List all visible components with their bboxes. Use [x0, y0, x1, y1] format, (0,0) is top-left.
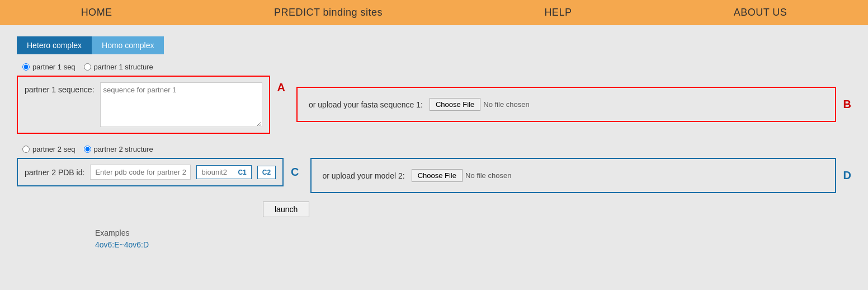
chain2-box: C2 [257, 166, 276, 179]
section-letter-d: D [843, 169, 851, 182]
choose-file-btn-1[interactable]: Choose File [430, 98, 480, 111]
launch-button[interactable]: launch [263, 202, 309, 217]
partner1-seq-radio-label[interactable]: partner 1 seq [22, 63, 76, 71]
nav-about[interactable]: ABOUT US [734, 7, 787, 18]
partner2-seq-radio-text: partner 2 seq [32, 145, 76, 153]
chain1-input[interactable] [201, 168, 235, 176]
no-file-text-1: No file chosen [483, 100, 529, 109]
box-c: partner 2 PDB id: C1 C2 [17, 158, 284, 186]
partner1-struct-radio-text: partner 1 structure [94, 63, 153, 71]
no-file-text-2: No file chosen [465, 171, 511, 180]
partner1-seq-radio-text: partner 1 seq [32, 63, 76, 71]
partner1-struct-radio-label[interactable]: partner 1 structure [84, 63, 153, 71]
example-link-1[interactable]: 4ov6:E~4ov6:D [95, 240, 149, 249]
partner2-pdb-input[interactable] [90, 165, 191, 180]
partner2-pdb-label: partner 2 PDB id: [25, 168, 84, 177]
partner2-radio-group: partner 2 seq partner 2 structure [22, 145, 851, 153]
tab-homo[interactable]: Homo complex [92, 36, 164, 54]
chain2-label: C2 [262, 169, 271, 176]
complex-tabs: Hetero complex Homo complex [17, 36, 851, 54]
choose-file-btn-2[interactable]: Choose File [412, 169, 463, 182]
partner1-seq-label: partner 1 sequence: [25, 82, 95, 94]
upload-fasta-label: or upload your fasta sequence 1: [309, 100, 423, 109]
main-content: Hetero complex Homo complex partner 1 se… [0, 25, 868, 260]
partner2-struct-radio-label[interactable]: partner 2 structure [84, 145, 153, 153]
fasta-file-input-area: Choose File No file chosen [430, 98, 530, 111]
upload-model-label: or upload your model 2: [323, 171, 405, 180]
box-a: partner 1 sequence: [17, 76, 270, 134]
launch-area: launch [263, 202, 851, 217]
nav-predict[interactable]: PREDICT binding sites [274, 7, 383, 18]
partner2-seq-radio-label[interactable]: partner 2 seq [22, 145, 76, 153]
model-file-input-area: Choose File No file chosen [412, 169, 512, 182]
partner2-struct-radio[interactable] [84, 146, 91, 153]
partner2-struct-radio-text: partner 2 structure [94, 145, 153, 153]
partner1-radio-group: partner 1 seq partner 1 structure [22, 63, 851, 71]
box-d: or upload your model 2: Choose File No f… [310, 158, 836, 193]
examples-title: Examples [95, 228, 851, 237]
partner1-seq-radio[interactable] [22, 63, 30, 71]
partner1-seq-input[interactable] [100, 82, 262, 127]
examples-area: Examples 4ov6:E~4ov6:D [95, 228, 851, 249]
nav-help[interactable]: HELP [544, 7, 572, 18]
chain1-box: C1 [196, 165, 251, 179]
navbar: HOME PREDICT binding sites HELP ABOUT US [0, 0, 868, 25]
chain1-label: C1 [238, 169, 246, 176]
section-letter-a: A [277, 76, 285, 94]
tab-hetero[interactable]: Hetero complex [17, 36, 92, 54]
section-letter-b: B [843, 98, 851, 111]
partner2-seq-radio[interactable] [22, 146, 30, 153]
box-b: or upload your fasta sequence 1: Choose … [296, 87, 836, 122]
nav-home[interactable]: HOME [81, 7, 112, 18]
partner1-struct-radio[interactable] [84, 63, 91, 71]
section-letter-c: C [291, 166, 299, 179]
